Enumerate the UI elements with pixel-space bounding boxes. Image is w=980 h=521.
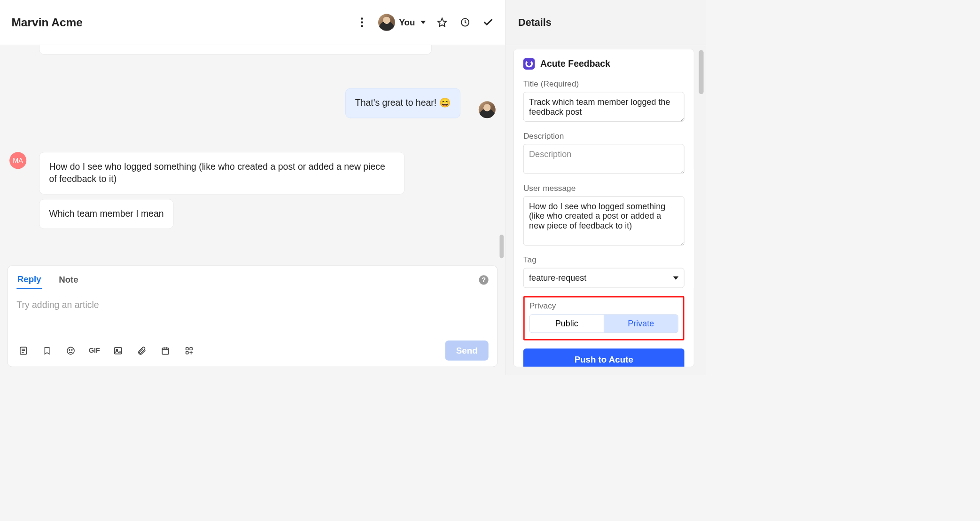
message-text: Which team member I mean	[49, 209, 163, 219]
user-message-input[interactable]	[523, 197, 684, 246]
conversation-header: Marvin Acme You	[0, 0, 505, 45]
svg-point-9	[67, 347, 74, 354]
panel-title: Acute Feedback	[540, 59, 610, 69]
tag-label: Tag	[523, 255, 684, 265]
snooze-icon[interactable]	[459, 16, 472, 29]
svg-point-11	[71, 349, 72, 350]
assignee-label: You	[399, 17, 415, 27]
privacy-group-highlight: Privacy Public Private	[523, 296, 684, 340]
message-bubble: How do I see who logged something (like …	[39, 152, 405, 194]
svg-point-2	[361, 25, 363, 27]
close-conversation-icon[interactable]	[482, 16, 495, 29]
message-bubble: It avoids that this little window closes…	[39, 45, 432, 55]
conversation-thread[interactable]: It avoids that this little window closes…	[0, 45, 505, 260]
svg-point-1	[361, 21, 363, 24]
description-label: Description	[523, 131, 684, 141]
tab-reply[interactable]: Reply	[16, 270, 42, 289]
acute-feedback-panel: Acute Feedback Title (Required) Descript…	[513, 49, 694, 367]
insert-article-icon[interactable]	[16, 344, 30, 357]
tab-note[interactable]: Note	[58, 271, 79, 289]
apps-icon[interactable]	[182, 344, 196, 357]
emoji-icon[interactable]	[64, 344, 78, 357]
send-button[interactable]: Send	[445, 340, 489, 360]
svg-rect-19	[190, 347, 192, 350]
svg-point-0	[361, 17, 363, 20]
privacy-public-button[interactable]: Public	[530, 315, 604, 333]
avatar	[479, 101, 496, 118]
contact-name: Marvin Acme	[11, 16, 355, 29]
svg-rect-12	[115, 347, 122, 354]
svg-rect-14	[162, 348, 168, 354]
svg-rect-18	[186, 347, 188, 350]
details-header: Details	[506, 0, 706, 45]
avatar: MA	[9, 152, 26, 169]
composer: Reply Note ? Try adding an article	[8, 265, 498, 367]
bookmark-icon[interactable]	[40, 344, 54, 357]
description-input[interactable]	[523, 144, 684, 174]
avatar-initials: MA	[13, 157, 23, 165]
acute-logo-icon	[523, 58, 535, 70]
tag-select[interactable]: feature-request	[523, 268, 684, 288]
image-icon[interactable]	[111, 344, 125, 357]
help-icon[interactable]: ?	[479, 275, 489, 284]
composer-placeholder: Try adding an article	[16, 300, 99, 310]
message-text: That's great to hear! 😄	[355, 98, 451, 108]
more-icon[interactable]	[355, 16, 369, 29]
privacy-private-button[interactable]: Private	[604, 315, 678, 333]
message-bubble: Which team member I mean	[39, 199, 174, 229]
svg-marker-3	[438, 18, 446, 27]
title-input[interactable]	[523, 92, 684, 122]
svg-rect-20	[186, 351, 188, 354]
svg-point-10	[69, 349, 70, 350]
assignee-dropdown[interactable]: You	[378, 14, 426, 31]
scrollbar-thumb[interactable]	[699, 50, 704, 95]
calendar-icon[interactable]	[159, 344, 172, 357]
star-icon[interactable]	[436, 16, 449, 29]
title-label: Title (Required)	[523, 79, 684, 88]
message-text: How do I see who logged something (like …	[49, 161, 385, 184]
scrollbar-thumb[interactable]	[499, 235, 504, 258]
message-bubble: That's great to hear! 😄	[345, 88, 460, 118]
attachment-icon[interactable]	[135, 344, 148, 357]
privacy-label: Privacy	[529, 301, 678, 310]
avatar	[378, 14, 395, 31]
push-to-acute-button[interactable]: Push to Acute	[523, 349, 684, 367]
gif-icon[interactable]: GIF	[87, 344, 101, 357]
user-message-label: User message	[523, 183, 684, 193]
chevron-down-icon	[420, 21, 426, 24]
composer-input[interactable]: Try adding an article	[16, 289, 488, 340]
tag-value: feature-request	[529, 273, 586, 283]
privacy-segmented: Public Private	[529, 315, 678, 333]
chevron-down-icon	[673, 276, 679, 280]
